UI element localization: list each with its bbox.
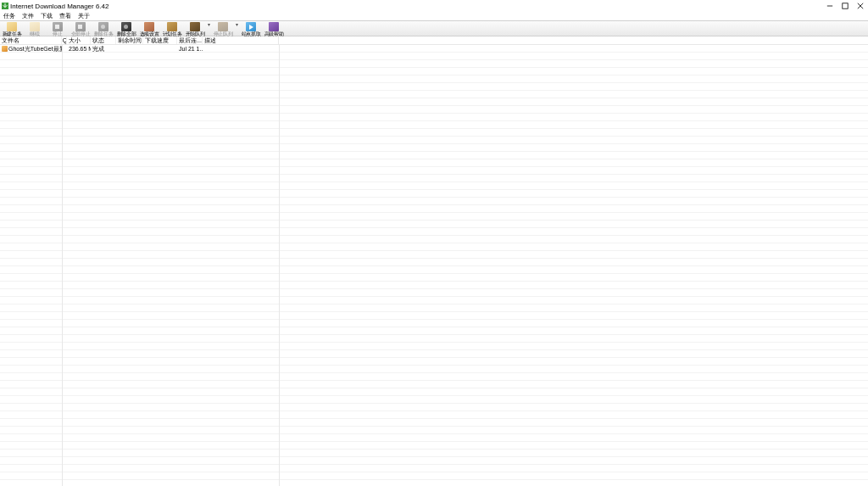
app-icon [2,3,8,9]
download-list[interactable]: Ghost光TubeGet最新试... 236.65 MB 完成 Jul 21 … [0,45,868,486]
cell-last: Jul 21 1... [177,45,203,53]
minimize-button[interactable] [822,1,837,11]
tool-new[interactable]: 新建任务 [0,21,23,36]
cell-speed [143,45,177,53]
col-last[interactable]: 最后连... [177,36,203,44]
window-title: Internet Download Manager 6.42 [10,3,109,10]
cell-time [116,45,143,53]
col-time[interactable]: 剩余时间 [116,36,143,44]
row-grid-lines [0,45,868,486]
column-divider [62,45,63,486]
cell-status: 完成 [91,45,116,53]
cell-filename: Ghost光TubeGet最新试... [0,45,62,53]
cell-filename-text: Ghost光TubeGet最新试... [8,45,62,53]
menu-about[interactable]: 关于 [76,12,92,20]
tool-stopq[interactable]: 停止队列 [211,21,234,36]
stop-icon [75,22,86,31]
col-spacer [279,36,868,44]
close-button[interactable] [853,1,868,11]
maximize-button[interactable] [837,1,853,11]
tool-delall[interactable]: 删除全部 [114,21,137,36]
tool-stop[interactable]: 停止 [46,21,69,36]
menu-tasks[interactable]: 任务 [2,12,17,20]
cell-size: 236.65 MB [67,45,91,53]
column-header: 文件名 Q 大小 状态 剩余时间 下载速度 最后连... 描述 [0,36,868,45]
tool-sched[interactable]: 计划任务 [160,21,183,36]
options-icon [144,22,154,31]
delete-icon [98,22,108,31]
col-speed[interactable]: 下载速度 [143,36,177,44]
help-icon [269,22,279,31]
folder-icon [7,22,17,31]
tool-options[interactable]: 选项设置 [137,21,160,36]
delete-all-icon [121,22,131,31]
schedule-icon [167,22,177,31]
titlebar: Internet Download Manager 6.42 [0,0,868,12]
tool-resume[interactable]: 继续 [23,21,46,36]
column-divider [279,45,280,486]
tool-grab[interactable]: 站点抓取 [239,21,262,36]
tool-stopall[interactable]: 全部停止 [69,21,92,36]
queue-start-icon [190,22,200,31]
col-status[interactable]: 状态 [91,36,116,44]
col-size[interactable]: 大小 [67,36,91,44]
table-row[interactable]: Ghost光TubeGet最新试... 236.65 MB 完成 Jul 21 … [0,45,868,53]
toolbar: 新建任务 继续 停止 全部停止 删除任务 删除全部 选项设置 计划任务 开始队列… [0,20,868,36]
menu-view[interactable]: 查看 [58,12,73,20]
queue-stop-icon [218,22,228,31]
cell-desc [203,45,279,53]
menu-file[interactable]: 文件 [20,12,36,20]
site-grab-icon [246,22,256,31]
file-type-icon [2,46,8,52]
folder-icon [30,22,40,31]
col-filename[interactable]: 文件名 [0,36,62,44]
stop-icon [53,22,63,31]
svg-rect-2 [843,3,848,8]
tool-startq[interactable]: 开始队列 [183,21,206,36]
tool-help[interactable]: 高级帮助 [262,21,285,36]
menu-download[interactable]: 下载 [39,12,54,20]
col-desc[interactable]: 描述 [203,36,279,44]
menubar: 任务 文件 下载 查看 关于 [0,12,868,20]
tool-delete[interactable]: 删除任务 [92,21,114,36]
